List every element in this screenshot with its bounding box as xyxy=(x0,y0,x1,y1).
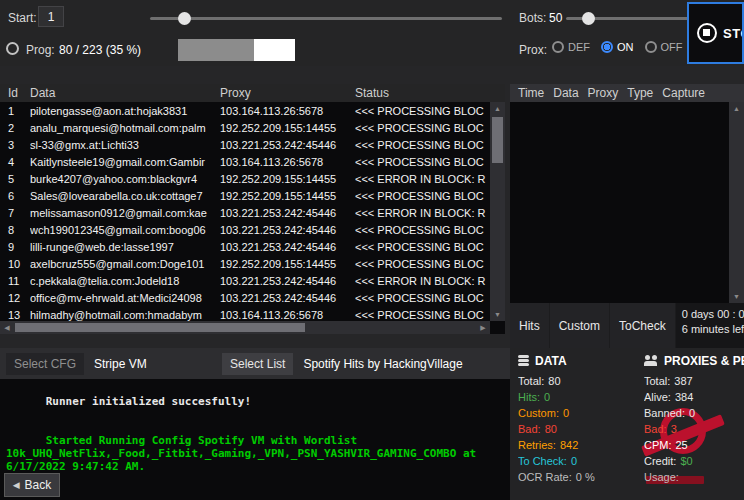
table-row[interactable]: 8 wch199012345@gmail.com:boog06 103.221.… xyxy=(0,221,490,238)
stop-button[interactable]: STOP xyxy=(687,2,744,64)
cell-proxy: 192.252.209.155:14455 xyxy=(220,258,355,270)
table-row[interactable]: 1 pilotengasse@aon.at:hojak3831 103.164.… xyxy=(0,102,490,119)
bots-slider-thumb[interactable] xyxy=(582,12,595,25)
stop-icon xyxy=(697,23,717,43)
cell-status: <<< PROCESSING BLOC xyxy=(355,309,490,321)
cell-data: Kaitlynsteele19@gmail.com:Gambir xyxy=(30,156,220,168)
vertical-scrollbar[interactable]: ▲ ▼ xyxy=(490,102,505,321)
table-row[interactable]: 4 Kaitlynsteele19@gmail.com:Gambir 103.1… xyxy=(0,153,490,170)
progress-bar xyxy=(178,39,295,61)
cell-data: c.pekkala@telia.com:Jodeld18 xyxy=(30,275,220,287)
cell-data: Sales@lovearabella.co.uk:cottage7 xyxy=(30,190,220,202)
stat-row: Total:80 xyxy=(518,373,644,389)
cell-data: axelbcruz555@gmail.com:Doge101 xyxy=(30,258,220,270)
column-id: Id xyxy=(0,86,30,100)
column-time: Time xyxy=(518,86,544,100)
time-remaining: 6 minutes left xyxy=(682,322,744,337)
tab-custom[interactable]: Custom xyxy=(550,303,610,348)
proxy-stats: PROXIES & PER Total:387 Alive:384 Banned… xyxy=(644,354,744,485)
bots-slider[interactable] xyxy=(566,17,700,20)
table-row[interactable]: 2 analu_marquesi@hotmail.com:palm 192.25… xyxy=(0,119,490,136)
scroll-down-icon[interactable]: ▼ xyxy=(490,308,505,321)
table-row[interactable]: 13 hilmadhy@hotmail.com:hmadabym 103.164… xyxy=(0,306,490,321)
proxy-mode-off[interactable]: OFF xyxy=(645,41,683,53)
tab-tocheck[interactable]: ToCheck xyxy=(610,303,676,348)
scroll-up-icon[interactable]: ▲ xyxy=(490,102,505,115)
tab-hits[interactable]: Hits xyxy=(510,303,550,348)
capture-table-header: Time Data Proxy Type Capture xyxy=(510,84,744,102)
table-row[interactable]: 7 melissamason0912@gmail.com:kae 103.221… xyxy=(0,204,490,221)
cell-id: 6 xyxy=(0,190,30,202)
stat-row: Bad:80 xyxy=(518,421,644,437)
scroll-down-icon[interactable]: ▼ xyxy=(729,290,744,303)
capture-table: Time Data Proxy Type Capture ▲ ▼ xyxy=(510,84,744,303)
table-row[interactable]: 9 lilli-runge@web.de:lasse1997 103.221.2… xyxy=(0,238,490,255)
stats-panel: DATA Total:80 Hits:0 Custom:0 Bad:80 Ret… xyxy=(510,348,744,500)
stat-row: Custom:0 xyxy=(518,405,644,421)
horizontal-scrollbar[interactable]: ◀ ▶ xyxy=(0,321,490,334)
cell-proxy: 103.221.253.242:45446 xyxy=(220,224,355,236)
start-slider[interactable] xyxy=(150,17,502,20)
cell-status: <<< PROCESSING BLOC xyxy=(355,224,490,236)
scrollbar-thumb[interactable] xyxy=(15,323,305,332)
vertical-scrollbar[interactable]: ▲ ▼ xyxy=(729,102,744,303)
cell-proxy: 103.221.253.242:45446 xyxy=(220,275,355,287)
cell-status: <<< PROCESSING BLOC xyxy=(355,241,490,253)
cell-status: <<< PROCESSING BLOC xyxy=(355,190,490,202)
table-row[interactable]: 12 office@mv-ehrwald.at:Medici24098 103.… xyxy=(0,289,490,306)
cell-status: <<< PROCESSING BLOC xyxy=(355,258,490,270)
table-row[interactable]: 6 Sales@lovearabella.co.uk:cottage7 192.… xyxy=(0,187,490,204)
cell-proxy: 103.164.113.26:5678 xyxy=(220,309,355,321)
scroll-up-icon[interactable]: ▲ xyxy=(729,102,744,115)
cell-data: melissamason0912@gmail.com:kae xyxy=(30,207,220,219)
wordlist-name: Spotify Hits by HackingVillage xyxy=(303,357,462,371)
back-button-label: Back xyxy=(25,478,52,492)
proxy-mode-on-label: ON xyxy=(617,41,634,53)
proxy-mode-default[interactable]: DEF xyxy=(552,41,590,53)
cell-data: burke4207@yahoo.com:blackgvr4 xyxy=(30,173,220,185)
cell-id: 5 xyxy=(0,173,30,185)
config-bar: Select CFG Stripe VM Select List Spotify… xyxy=(0,348,510,379)
cell-status: <<< ERROR IN BLOCK: R xyxy=(355,207,490,219)
stat-row: Hits:0 xyxy=(518,389,644,405)
proxy-stats-header: PROXIES & PER xyxy=(644,354,744,368)
results-table: Id Data Proxy Status 1 pilotengasse@aon.… xyxy=(0,84,505,334)
back-button[interactable]: ◀ Back xyxy=(4,473,60,497)
start-label: Start: xyxy=(8,11,37,25)
back-arrow-icon: ◀ xyxy=(13,480,20,490)
results-table-body: 1 pilotengasse@aon.at:hojak3831 103.164.… xyxy=(0,102,490,321)
cell-id: 2 xyxy=(0,122,30,134)
proxy-mode-on[interactable]: ON xyxy=(601,41,634,53)
cell-id: 8 xyxy=(0,224,30,236)
table-row[interactable]: 11 c.pekkala@telia.com:Jodeld18 103.221.… xyxy=(0,272,490,289)
cell-id: 7 xyxy=(0,207,30,219)
progress-radio[interactable] xyxy=(6,42,19,55)
scroll-left-icon[interactable]: ◀ xyxy=(0,321,14,334)
cell-id: 4 xyxy=(0,156,30,168)
start-slider-thumb[interactable] xyxy=(178,12,191,25)
stat-row: Alive:384 xyxy=(644,389,744,405)
select-list-button[interactable]: Select List xyxy=(222,353,293,375)
proxy-mode-default-label: DEF xyxy=(568,41,590,53)
column-status: Status xyxy=(355,86,505,100)
progress-value: 80 / 223 (35 %) xyxy=(59,43,141,57)
elapsed-time: 0 days 00 : 03 xyxy=(682,307,744,322)
data-stats-title: DATA xyxy=(535,354,567,368)
cell-id: 11 xyxy=(0,275,30,287)
stop-button-label: STOP xyxy=(723,26,744,41)
scroll-right-icon[interactable]: ▶ xyxy=(476,321,490,334)
cell-proxy: 192.252.209.155:14455 xyxy=(220,122,355,134)
table-row[interactable]: 5 burke4207@yahoo.com:blackgvr4 192.252.… xyxy=(0,170,490,187)
proxy-mode-off-label: OFF xyxy=(661,41,683,53)
table-row[interactable]: 3 sl-33@gmx.at:Lichti33 103.221.253.242:… xyxy=(0,136,490,153)
results-tabs-bar: Hits Custom ToCheck 0 days 00 : 03 6 min… xyxy=(510,303,744,348)
scrollbar-thumb[interactable] xyxy=(492,117,503,163)
stat-row: Retries:842 xyxy=(518,437,644,453)
table-row[interactable]: 10 axelbcruz555@gmail.com:Doge101 192.25… xyxy=(0,255,490,272)
radio-icon xyxy=(552,41,564,53)
cell-id: 10 xyxy=(0,258,30,270)
start-input[interactable] xyxy=(38,6,64,27)
results-table-header: Id Data Proxy Status xyxy=(0,84,505,102)
select-config-button[interactable]: Select CFG xyxy=(6,353,84,375)
cell-data: analu_marquesi@hotmail.com:palm xyxy=(30,122,220,134)
